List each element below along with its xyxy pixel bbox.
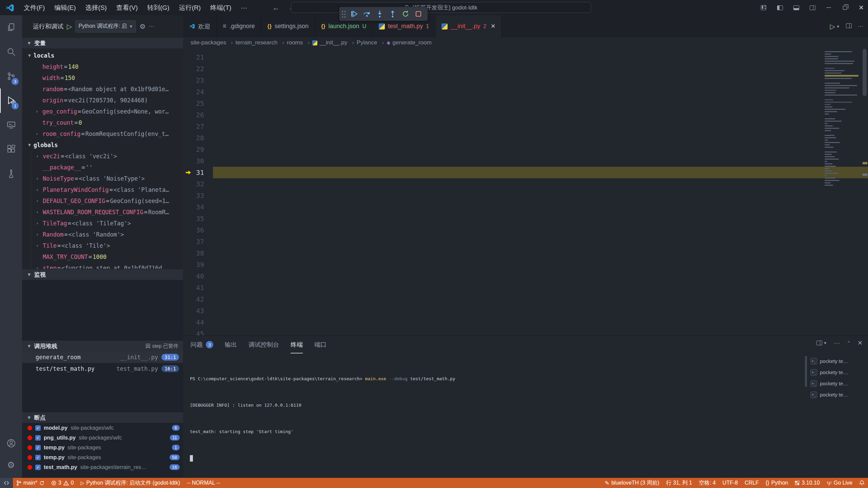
editor-scrollbar[interactable]	[863, 49, 867, 96]
variable-row[interactable]: ›Tile = <class 'Tile'>	[31, 240, 183, 251]
debug-stop-icon[interactable]	[413, 8, 424, 20]
breadcrumb-item[interactable]: ◈ terrain_research ›	[236, 39, 287, 46]
window-restore-button[interactable]	[838, 0, 852, 15]
variable-row[interactable]: __package__ = ''	[31, 162, 183, 173]
line-number-gutter[interactable]: 22	[183, 63, 213, 75]
variable-row[interactable]: MAX_TRY_COUNT = 1000	[31, 251, 183, 262]
tab-close-icon[interactable]: ✕	[491, 23, 495, 30]
run-python-file-icon[interactable]: ▷▼	[830, 22, 840, 30]
activity-settings-icon[interactable]: ⚙	[0, 455, 22, 475]
start-debug-icon[interactable]: ▷	[67, 22, 72, 30]
panel-tab[interactable]: 调试控制台	[249, 336, 279, 353]
variable-row[interactable]: try_count = 0	[22, 117, 183, 128]
menu-item[interactable]: 文件(F)	[19, 0, 50, 15]
terminal-session-item[interactable]: >_ pockety te…	[810, 367, 865, 378]
menu-item[interactable]: 选择(S)	[81, 0, 112, 15]
panel-tab[interactable]: 输出	[225, 336, 237, 353]
breadcrumb-item[interactable]: ◈ generate_room ›	[387, 39, 432, 46]
variable-row[interactable]: ›geo_config = GeoConfig(seed=None, wor…	[22, 106, 183, 117]
terminal-split-icon[interactable]: ▼	[816, 341, 827, 345]
debug-continue-icon[interactable]	[348, 8, 360, 20]
line-number-gutter[interactable]: 33	[183, 190, 213, 201]
debug-step-out-icon[interactable]	[387, 8, 398, 20]
debug-session-item[interactable]: ▷ Python 调试程序: 启动文件 (godot-ldtk)	[77, 478, 183, 488]
panel-tab[interactable]: 终端	[291, 336, 303, 353]
panel-maximize-icon[interactable]: ⌃	[847, 340, 851, 346]
line-number-gutter[interactable]: 31	[183, 167, 213, 178]
variables-section-header[interactable]: ▼ 变量	[22, 37, 183, 48]
line-number-gutter[interactable]: 43	[183, 305, 213, 317]
debug-step-over-icon[interactable]	[361, 8, 373, 20]
editor-tab[interactable]: 欢迎 ✕	[183, 15, 217, 37]
command-center-search[interactable]: [扩展开发宿主] godot-ldtk	[291, 2, 591, 13]
debug-restart-icon[interactable]	[400, 8, 411, 20]
git-blame-item[interactable]: ✎ blueloveTH (3 周前)	[601, 478, 663, 488]
line-number-gutter[interactable]: 23	[183, 75, 213, 86]
go-live-item[interactable]: Go Live	[823, 478, 856, 488]
problems-item[interactable]: 3 0	[48, 478, 77, 488]
editor-tab[interactable]: {} settings.json ✕	[261, 15, 315, 37]
indentation-item[interactable]: 空格: 4	[695, 478, 719, 488]
breakpoint-row[interactable]: ✓ png_utils.py site-packages\wfc 11	[22, 433, 183, 443]
activity-remote-explorer-icon[interactable]	[0, 113, 22, 137]
activity-explorer-icon[interactable]	[0, 15, 22, 40]
locals-group[interactable]: ▼ locals	[22, 50, 183, 61]
activity-account-icon[interactable]	[0, 433, 22, 453]
globals-group[interactable]: ▼ globals	[22, 139, 183, 150]
activity-testing-icon[interactable]	[0, 162, 22, 186]
activity-extensions-icon[interactable]	[0, 137, 22, 162]
line-number-gutter[interactable]: 34	[183, 201, 213, 213]
debug-config-dropdown[interactable]: Python 调试程序: 启 ▼	[75, 20, 136, 33]
variable-row[interactable]: ›Random = <class 'Random'>	[31, 229, 183, 240]
breakpoint-checkbox[interactable]: ✓	[35, 465, 41, 470]
breadcrumb-item[interactable]: ◈ Pylance ›	[357, 39, 387, 46]
breadcrumb-item[interactable]: ◈ __init__.py ›	[312, 39, 357, 46]
eol-item[interactable]: CRLF	[741, 478, 762, 488]
terminal-session-item[interactable]: >_ pockety te…	[810, 355, 865, 367]
breadcrumb-item[interactable]: ◈ rooms ›	[287, 39, 312, 46]
breakpoint-checkbox[interactable]: ✓	[35, 445, 41, 450]
variable-row[interactable]: ›WASTELAND_ROOM_REQUEST_CONFIG = RoomR…	[31, 206, 183, 218]
line-number-gutter[interactable]: 41	[183, 282, 213, 293]
line-number-gutter[interactable]: 44	[183, 317, 213, 328]
activity-run-debug-icon[interactable]: 1	[0, 88, 22, 113]
line-number-gutter[interactable]: 20	[183, 48, 213, 52]
terminal-scrollbar[interactable]	[805, 356, 807, 387]
line-number-gutter[interactable]: 39	[183, 259, 213, 270]
line-number-gutter[interactable]: 40	[183, 270, 213, 282]
breakpoint-checkbox[interactable]: ✓	[35, 425, 41, 431]
toggle-secondary-sidebar-icon[interactable]	[806, 0, 819, 15]
python-version-item[interactable]: 3.10.10	[791, 478, 823, 488]
debug-more-icon[interactable]: ···	[149, 23, 154, 29]
minimap[interactable]	[825, 49, 859, 187]
debug-step-into-icon[interactable]	[374, 8, 386, 20]
terminal-session-item[interactable]: >_ pockety te…	[810, 389, 865, 400]
code-editor[interactable]: 20 21 def generate_room(room_config: Roo…	[183, 48, 868, 336]
panel-more-icon[interactable]: ···	[834, 340, 840, 347]
callstack-section-header[interactable]: ▼ 调用堆栈 因 step 已暂停	[22, 340, 183, 351]
panel-close-icon[interactable]: ✕	[857, 339, 863, 347]
activity-search-icon[interactable]	[0, 40, 22, 64]
breakpoint-checkbox[interactable]: ✓	[35, 455, 41, 460]
menu-item[interactable]: 运行(R)	[174, 0, 205, 15]
breakpoint-row[interactable]: ✓ temp.py site-packages 1	[22, 443, 183, 452]
variable-row[interactable]: ›vec2i = <class 'vec2i'>	[31, 150, 183, 162]
panel-tab[interactable]: 端口	[314, 336, 327, 353]
stack-frame-row[interactable]: test/test_math.py test_math.py 16:1	[22, 363, 183, 374]
notifications-bell-icon[interactable]	[856, 478, 868, 488]
line-number-gutter[interactable]: 21	[183, 52, 213, 63]
cursor-position-item[interactable]: 行 31, 列 1	[663, 478, 695, 488]
debug-toolbar-grip[interactable]	[341, 10, 346, 18]
variable-row[interactable]: ›room_config = RoomRequestConfig(env_t…	[22, 128, 183, 139]
breakpoint-row[interactable]: ✓ test_math.py site-packages\terrain_res…	[22, 462, 183, 472]
debug-settings-gear-icon[interactable]: ⚙	[139, 22, 145, 30]
line-number-gutter[interactable]: 37	[183, 236, 213, 247]
menu-item[interactable]: 终端(T)	[205, 0, 236, 15]
window-minimize-button[interactable]	[822, 0, 835, 15]
line-number-gutter[interactable]: 28	[183, 132, 213, 144]
remote-indicator[interactable]	[0, 478, 13, 488]
activity-source-control-icon[interactable]: 3	[0, 64, 22, 88]
menu-item[interactable]: 转到(G)	[142, 0, 174, 15]
line-number-gutter[interactable]: 29	[183, 144, 213, 155]
variable-row[interactable]: width = 150	[22, 72, 183, 83]
